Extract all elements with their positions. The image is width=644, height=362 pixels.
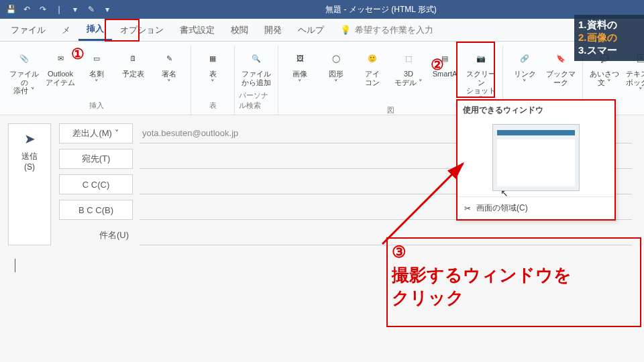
- send-button[interactable]: ➤ 送信 (S): [8, 123, 51, 245]
- add-from-file-button[interactable]: 🔍ファイル から追加: [239, 46, 274, 89]
- ribbon-tabs: ファイル メ 挿入 オプション 書式設定 校閲 開発 ヘルプ 💡 希望する作業を…: [0, 19, 644, 42]
- group-label-figure: 図: [387, 104, 394, 118]
- cube-icon: ⬚: [398, 48, 419, 68]
- redo-icon[interactable]: ↷: [38, 4, 48, 15]
- dropdown-header: 使用できるウィンドウ: [458, 101, 614, 120]
- lightbulb-icon: 💡: [340, 25, 351, 35]
- screen-region-label: 画面の領域(C): [476, 202, 528, 214]
- text-cursor: [15, 259, 15, 272]
- annotation-2: ②: [431, 56, 444, 74]
- annotation-3: ③: [392, 243, 407, 261]
- calendar-button[interactable]: 🗓予定表: [115, 46, 150, 99]
- shapes-button[interactable]: ◯図形 ˅: [319, 46, 354, 104]
- touch-icon[interactable]: ✎: [86, 4, 97, 15]
- send-icon: ➤: [24, 131, 36, 147]
- picture-icon: 🖼: [290, 48, 310, 68]
- link-icon: 🔗: [515, 48, 535, 68]
- calendar-icon: 🗓: [123, 48, 143, 68]
- table-button[interactable]: ▦表 ˅: [195, 46, 230, 99]
- bcc-button[interactable]: B C C(B): [59, 200, 133, 220]
- send-label: 送信 (S): [21, 151, 38, 172]
- envelope-icon: ✉︎: [50, 48, 70, 68]
- divider: |: [54, 4, 64, 15]
- annotation-1: ①: [71, 46, 85, 63]
- paperclip-icon: 📎: [14, 48, 34, 68]
- bookmark-icon: 🔖: [551, 48, 571, 68]
- tell-me[interactable]: 💡 希望する作業を入力: [340, 24, 433, 36]
- tab-format[interactable]: 書式設定: [172, 20, 223, 40]
- link-button[interactable]: 🔗リンク ˅: [507, 46, 542, 101]
- group-label-insert: 挿入: [89, 99, 104, 113]
- customize-icon[interactable]: ▾: [70, 4, 80, 15]
- table-icon: ▦: [203, 48, 223, 68]
- highlight-insert-tab: [105, 19, 140, 42]
- screenshot-dropdown: 使用できるウィンドウ ✂ 画面の領域(C): [456, 99, 616, 221]
- overlay-line-2: 2.画像の: [578, 32, 640, 44]
- crop-icon: ✂: [464, 204, 471, 213]
- pen-icon: ✎: [159, 48, 179, 68]
- qat-dropdown-icon[interactable]: ▾: [102, 4, 113, 15]
- signature-button[interactable]: ✎署名 ˅: [152, 46, 186, 99]
- 3dmodel-button[interactable]: ⬚3D モデル ˅: [391, 46, 426, 104]
- tab-file[interactable]: ファイル: [3, 20, 54, 40]
- save-icon[interactable]: 💾: [5, 4, 16, 15]
- cc-button[interactable]: C C(C): [59, 174, 133, 194]
- window-title: 無題 - メッセージ (HTML 形式): [118, 4, 644, 15]
- undo-icon[interactable]: ↶: [21, 4, 32, 15]
- tab-message[interactable]: メ: [54, 20, 78, 40]
- tab-developer[interactable]: 開発: [256, 20, 290, 40]
- file-search-icon: 🔍: [246, 48, 266, 68]
- bookmark-button[interactable]: 🔖ブックマーク: [543, 46, 578, 101]
- subject-label: 件名(U): [59, 229, 133, 241]
- attach-file-button[interactable]: 📎ファイルの 添付 ˅: [7, 46, 42, 99]
- overlay-line-3: 3.スマー: [578, 44, 640, 57]
- window-thumbnail[interactable]: [492, 124, 580, 191]
- shapes-icon: ◯: [326, 48, 346, 68]
- group-label-text: [621, 101, 623, 113]
- emoji-icon: 🙂: [362, 48, 382, 68]
- from-button[interactable]: 差出人(M) ˅: [59, 123, 133, 143]
- title-bar: 💾 ↶ ↷ | ▾ ✎ ▾ 無題 - メッセージ (HTML 形式): [0, 0, 644, 19]
- card-icon: ▭: [87, 48, 107, 68]
- cursor-icon: ↖: [500, 188, 508, 198]
- callout-text: 撮影するウィンドウを クリック: [392, 264, 572, 310]
- screen-region-option[interactable]: ✂ 画面の領域(C): [458, 196, 614, 219]
- group-table: ▦表 ˅ 表: [191, 46, 235, 115]
- tell-me-text: 希望する作業を入力: [355, 24, 433, 36]
- overlay-line-1: 1.資料の: [578, 19, 640, 32]
- group-insert: 📎ファイルの 添付 ˅ ✉︎Outlook アイテム ▭名刺 ˅ 🗓予定表 ✎署…: [3, 46, 191, 115]
- highlight-screenshot-button: [456, 42, 495, 98]
- icons-button[interactable]: 🙂アイ コン: [355, 46, 390, 104]
- to-button[interactable]: 宛先(T): [59, 149, 133, 169]
- group-label-personal: パーソナル検索: [239, 89, 274, 113]
- tab-help[interactable]: ヘルプ: [290, 20, 332, 40]
- side-overlay: 1.資料の 2.画像の 3.スマー: [574, 15, 644, 61]
- tab-review[interactable]: 校閲: [223, 20, 256, 40]
- image-button[interactable]: 🖼画像 ˅: [282, 46, 317, 104]
- group-label-table: 表: [209, 99, 217, 113]
- quick-access-toolbar: 💾 ↶ ↷ | ▾ ✎ ▾: [0, 4, 118, 15]
- group-personal: 🔍ファイル から追加 パーソナル検索: [235, 46, 278, 115]
